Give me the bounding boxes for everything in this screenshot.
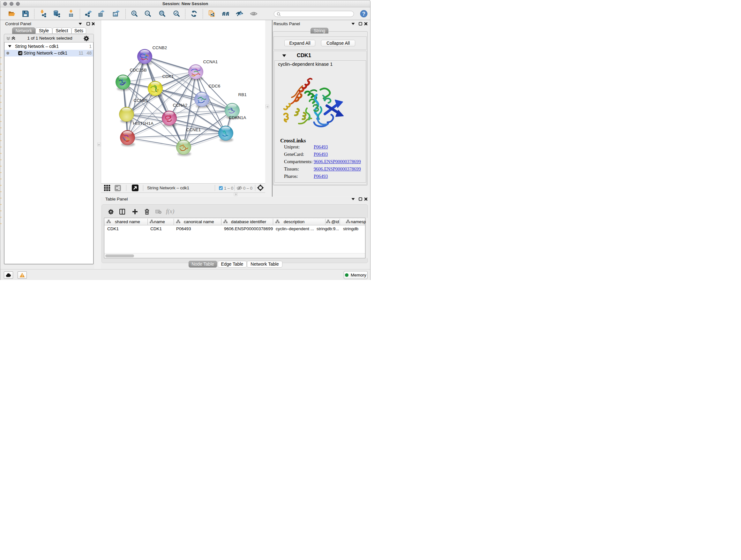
svg-text:CDC25B: CDC25B bbox=[130, 68, 146, 72]
svg-text:CCNA2: CCNA2 bbox=[173, 103, 187, 108]
svg-text:CCNE1: CCNE1 bbox=[186, 127, 201, 132]
svg-text:CCNA1: CCNA1 bbox=[203, 59, 218, 64]
svg-text:RB1: RB1 bbox=[238, 92, 246, 97]
svg-text:?: ? bbox=[362, 11, 365, 17]
svg-text:CDK1: CDK1 bbox=[162, 74, 174, 79]
svg-text:CDC6: CDC6 bbox=[208, 84, 220, 88]
svg-text:HIST1H1A: HIST1H1A bbox=[133, 121, 153, 126]
svg-text:CDKN1A: CDKN1A bbox=[228, 115, 246, 120]
svg-text:CCNB1: CCNB1 bbox=[133, 98, 148, 103]
svg-text:CCNB2: CCNB2 bbox=[152, 45, 167, 50]
